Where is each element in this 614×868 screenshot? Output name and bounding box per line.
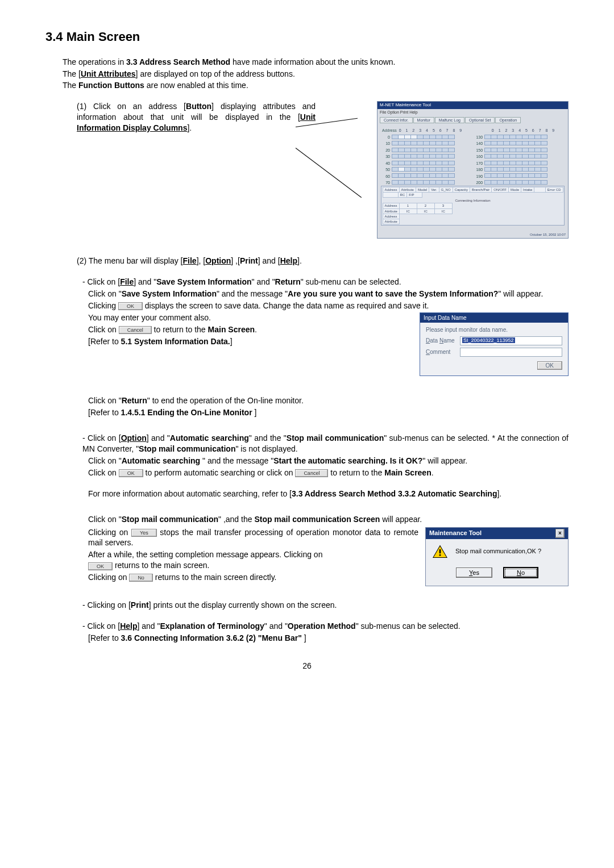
ok-button[interactable]: OK: [119, 469, 143, 477]
svg-rect-1: [439, 549, 441, 553]
data-name-field[interactable]: SI_20040322_113952: [460, 336, 562, 345]
file-block: - Click on [File] and "Save System Infor…: [88, 277, 569, 347]
status-timestamp: October 15, 2002 10:07: [530, 232, 566, 237]
option-block: - Click on [Option] and "Automatic searc…: [88, 433, 569, 499]
app-menubar: File Option Print Help: [377, 109, 568, 115]
addr-label: Address: [382, 128, 397, 133]
app-titlebar: M-NET Maintenance Tool: [377, 102, 568, 109]
app-tabs: Connect Infor. Monitor Malfunc Log Optio…: [377, 116, 568, 124]
no-button[interactable]: No: [504, 567, 538, 578]
item-1: (1) Click on an address [Button] display…: [77, 101, 316, 133]
ok-button[interactable]: OK: [118, 302, 143, 310]
tab-operation[interactable]: Operation: [495, 117, 521, 123]
main-screen-screenshot: M-NET Maintenance Tool File Option Print…: [377, 101, 569, 239]
help-block: - Click on [Help] and "Explanation of Te…: [88, 621, 569, 644]
tab-optional[interactable]: Optional Set: [465, 117, 495, 123]
intro-line-2: The [Unit Attributes] are displayed on t…: [63, 69, 569, 80]
page-number: 26: [45, 661, 569, 671]
tab-malfunc[interactable]: Malfunc Log: [435, 117, 464, 123]
item-2: (2) The menu bar will display [File], [O…: [77, 256, 569, 266]
cancel-button[interactable]: Cancel: [295, 469, 328, 477]
comment-field[interactable]: [460, 348, 562, 357]
maintenance-tool-dialog: Maintenance Tool × Stop mail communicati…: [425, 527, 569, 587]
cancel-button[interactable]: Cancel: [119, 326, 152, 334]
comment-label: Comment: [426, 348, 460, 356]
yes-button-inline[interactable]: Yes: [131, 529, 157, 537]
print-block: - Clicking on [Print] prints out the dis…: [88, 600, 569, 611]
addr-head-right: 0 1 2 3 4 5 6 7 8 9: [492, 128, 556, 132]
stopmail-block: Click on "Stop mail communication" ,and …: [88, 514, 569, 584]
dialog2-message: Stop mail communication,OK ?: [455, 547, 541, 556]
leader-line-2: [296, 148, 362, 198]
svg-rect-2: [439, 554, 441, 556]
no-button-inline[interactable]: No: [129, 574, 153, 582]
dialog2-title: Maintenance Tool: [429, 529, 482, 537]
close-icon[interactable]: ×: [555, 529, 565, 538]
ok-button-inline[interactable]: OK: [88, 562, 113, 570]
yes-button[interactable]: Yes: [456, 567, 492, 578]
tab-monitor[interactable]: Monitor: [413, 117, 434, 123]
dialog-prompt: Please input monitor data name.: [426, 326, 562, 334]
data-name-label: Data Name: [426, 337, 460, 345]
intro-line-1: The operations in 3.3 Address Search Met…: [63, 57, 569, 68]
dialog-ok-button[interactable]: OK: [537, 361, 562, 370]
addr-head-left: 0 1 2 3 4 5 6 7 8 9: [399, 128, 463, 132]
page-heading: 3.4 Main Screen: [45, 28, 569, 45]
return-block: Click on "Return" to end the operation o…: [88, 395, 569, 418]
unit-info-columns: Address Attribute Model Ver. G_NO Capaci…: [381, 186, 565, 226]
input-data-name-dialog: Input Data Name Please input monitor dat…: [420, 312, 569, 377]
tab-connect[interactable]: Connect Infor.: [380, 117, 413, 123]
dialog-title: Input Data Name: [420, 313, 568, 323]
intro-line-3: The Function Buttons are now enabled at …: [63, 80, 569, 91]
warning-icon: [433, 545, 447, 558]
